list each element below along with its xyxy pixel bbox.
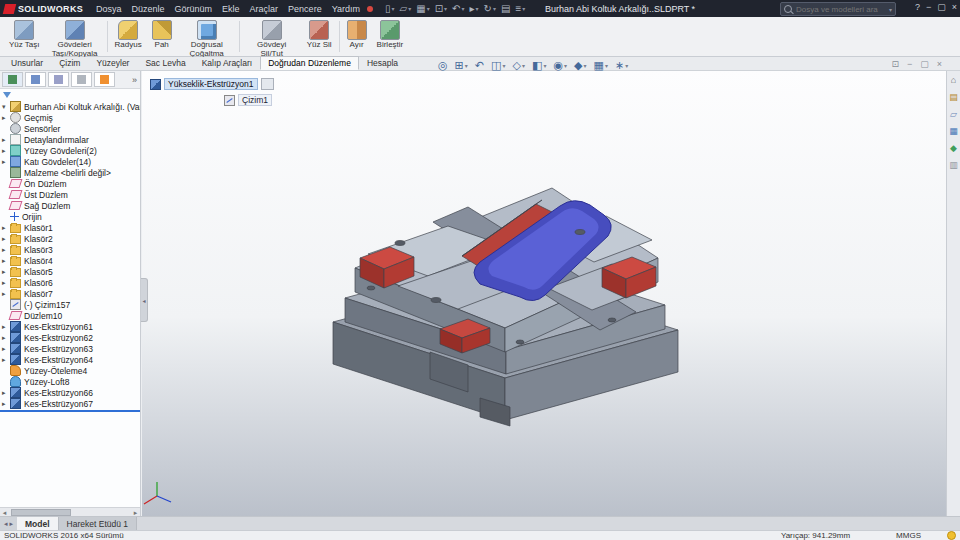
print-icon[interactable]: ⊡▾: [433, 3, 449, 14]
expand-arrow-icon[interactable]: ▸: [2, 356, 10, 364]
status-units[interactable]: MMGS: [896, 531, 921, 540]
search-box[interactable]: ▾: [780, 2, 896, 16]
expand-arrow-icon[interactable]: ▸: [2, 334, 10, 342]
tree-item-y-zey-g-vdeleri-2[interactable]: ▸Yüzey Gövdeleri(2): [0, 145, 140, 156]
tree-item-detayland-rmalar[interactable]: ▸Detaylandırmalar: [0, 134, 140, 145]
breadcrumb-feature[interactable]: Yükseklik-Ekstrüzyon1: [164, 78, 258, 90]
minimize-button[interactable]: −: [926, 2, 931, 12]
expand-arrow-icon[interactable]: ▸: [2, 400, 10, 408]
tree-item-y-zey-loft8[interactable]: Yüzey-Loft8: [0, 376, 140, 387]
graphics-area[interactable]: Yükseklik-Ekstrüzyon1 Çizim1: [142, 71, 946, 517]
save-icon[interactable]: ▦▾: [414, 3, 431, 14]
view-settings-icon[interactable]: ∗▾: [613, 59, 630, 72]
expand-arrow-icon[interactable]: ▸: [2, 268, 10, 276]
options-icon[interactable]: ≡▾: [513, 3, 527, 14]
panel-expand-arrow[interactable]: »: [132, 75, 137, 85]
tree-item-sa-d-zlem[interactable]: Sağ Düzlem: [0, 200, 140, 211]
expand-arrow-icon[interactable]: ▸: [2, 114, 10, 122]
tab-scroll-right-icon[interactable]: ▸: [10, 520, 14, 528]
ribbon-button-radyus[interactable]: Radyus: [110, 17, 147, 56]
custom-properties-icon[interactable]: ▥: [949, 161, 958, 170]
tree-item-klas-r3[interactable]: ▸Klasör3: [0, 244, 140, 255]
tree-item-kes-ekstr-zyon63[interactable]: ▸Kes-Ekstrüzyon63: [0, 343, 140, 354]
previous-view-icon[interactable]: ↶: [473, 59, 486, 72]
ribbon-button-pah[interactable]: Pah: [147, 17, 177, 56]
appearances-scenes-icon[interactable]: ◆: [950, 144, 957, 153]
expand-arrow-icon[interactable]: ▸: [2, 136, 10, 144]
tab-unsurlar[interactable]: Unsurlar: [3, 56, 51, 70]
bottom-tab-hareket-et-d-1[interactable]: Hareket Etüdü 1: [59, 517, 137, 530]
scrollbar-thumb[interactable]: [11, 509, 71, 516]
tree-item-kes-ekstr-zyon67[interactable]: ▸Kes-Ekstrüzyon67: [0, 398, 140, 409]
view-orientation-icon[interactable]: ◇▾: [510, 59, 526, 72]
tree-item-sens-rler[interactable]: Sensörler: [0, 123, 140, 134]
expand-arrow-icon[interactable]: ▸: [2, 158, 10, 166]
breadcrumb-sub-feature[interactable]: Çizim1: [238, 94, 272, 106]
doc-close-button[interactable]: ×: [937, 59, 942, 69]
zoom-area-icon[interactable]: ⊞▾: [453, 59, 470, 72]
ribbon-button-birle-tir[interactable]: Birleştir: [372, 17, 409, 56]
select-icon[interactable]: ▸▾: [468, 3, 481, 14]
tree-item-klas-r4[interactable]: ▸Klasör4: [0, 255, 140, 266]
menu-ekle[interactable]: Ekle: [217, 2, 245, 16]
tree-item-n-d-zlem[interactable]: Ön Düzlem: [0, 178, 140, 189]
tree-item-d-zlem10[interactable]: Düzlem10: [0, 310, 140, 321]
resources-status-icon[interactable]: [947, 531, 956, 540]
expand-arrow-icon[interactable]: ▸: [2, 257, 10, 265]
menu-ara-lar[interactable]: Araçlar: [245, 2, 284, 16]
ribbon-button-ay-r[interactable]: Ayır: [342, 17, 372, 56]
file-explorer-icon[interactable]: ▱: [950, 110, 957, 119]
rollback-bar[interactable]: [0, 410, 140, 412]
panel-splitter[interactable]: ◂: [141, 278, 148, 322]
design-library-icon[interactable]: ▤: [949, 93, 958, 102]
expand-arrow-icon[interactable]: ▸: [2, 224, 10, 232]
tree-item-kes-ekstr-zyon62[interactable]: ▸Kes-Ekstrüzyon62: [0, 332, 140, 343]
tab-do-rudan-d-zenleme[interactable]: Doğrudan Düzenleme: [260, 56, 359, 70]
tab-sac-levha[interactable]: Sac Levha: [137, 56, 193, 70]
zoom-fit-icon[interactable]: ◎: [436, 59, 450, 72]
bottom-tab-model[interactable]: Model: [17, 517, 59, 530]
tab-kal-p-ara-lar[interactable]: Kalıp Araçları: [194, 56, 261, 70]
doc-maximize-button[interactable]: ▢: [920, 59, 929, 69]
tab-scroll-left-icon[interactable]: ◂: [4, 520, 8, 528]
menu-d-zenle[interactable]: Düzenle: [127, 2, 170, 16]
expand-arrow-icon[interactable]: ▸: [2, 147, 10, 155]
propertymanager-tab[interactable]: [25, 72, 46, 87]
undo-icon[interactable]: ↶▾: [450, 3, 466, 14]
section-view-icon[interactable]: ◫▾: [489, 59, 507, 72]
view-palette-icon[interactable]: ▦: [949, 127, 958, 136]
tree-item-kes-ekstr-zyon64[interactable]: ▸Kes-Ekstrüzyon64: [0, 354, 140, 365]
tree-item-kes-ekstr-zyon66[interactable]: ▸Kes-Ekstrüzyon66: [0, 387, 140, 398]
doc-restore-button[interactable]: ⊡: [891, 59, 899, 69]
open-document-icon[interactable]: ▱▾: [398, 3, 414, 14]
tree-root-item[interactable]: ▾ Burhan Abi Koltuk Arkalığı. (Varsayıla…: [0, 101, 140, 112]
tree-item-ge-mi[interactable]: ▸Geçmiş: [0, 112, 140, 123]
tree-item-izim157[interactable]: (-) Çizim157: [0, 299, 140, 310]
pin-icon[interactable]: [367, 6, 373, 12]
tree-item-orijin[interactable]: Orijin: [0, 211, 140, 222]
tree-item-klas-r5[interactable]: ▸Klasör5: [0, 266, 140, 277]
menu-dosya[interactable]: Dosya: [91, 2, 127, 16]
menu-yard-m[interactable]: Yardım: [327, 2, 365, 16]
apply-scene-icon[interactable]: ▦▾: [592, 59, 610, 72]
tree-item-kat-g-vdeler-14[interactable]: ▸Katı Gövdeler(14): [0, 156, 140, 167]
expand-arrow-icon[interactable]: ▸: [2, 279, 10, 287]
tree-item-klas-r6[interactable]: ▸Klasör6: [0, 277, 140, 288]
tab-hesapla[interactable]: Hesapla: [359, 56, 406, 70]
ribbon-button-g-vdeleri-ta-kopyala[interactable]: Gövdeleri Taşı/Kopyala: [45, 17, 105, 56]
menu-g-r-n-m[interactable]: Görünüm: [170, 2, 218, 16]
expand-arrow-icon[interactable]: ▸: [2, 290, 10, 298]
3d-model-canvas[interactable]: [142, 71, 946, 517]
tree-item-klas-r2[interactable]: ▸Klasör2: [0, 233, 140, 244]
tree-item-klas-r1[interactable]: ▸Klasör1: [0, 222, 140, 233]
tree-item-malzeme-belirli-de-il[interactable]: Malzeme <belirli değil>: [0, 167, 140, 178]
display-style-icon[interactable]: ◧▾: [530, 59, 548, 72]
close-button[interactable]: ×: [952, 2, 957, 12]
expand-arrow-icon[interactable]: ▸: [2, 389, 10, 397]
tab-izim[interactable]: Çizim: [51, 56, 88, 70]
ribbon-button-do-rusal-o-altma[interactable]: Doğrusal Çoğaltma▾: [177, 17, 237, 56]
ribbon-button-y-z-ta[interactable]: Yüz Taşı: [4, 17, 45, 56]
collapse-arrow-icon[interactable]: ▾: [2, 103, 10, 111]
featuremanager-design-tree-tab[interactable]: [2, 72, 23, 87]
dimxpertmanager-tab[interactable]: [71, 72, 92, 87]
